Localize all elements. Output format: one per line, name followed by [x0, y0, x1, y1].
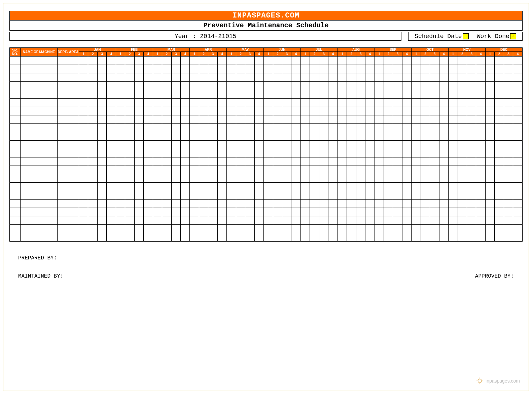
cell[interactable] [153, 174, 162, 183]
cell[interactable] [384, 124, 393, 132]
cell[interactable] [199, 174, 208, 183]
cell[interactable] [319, 191, 328, 200]
cell[interactable] [97, 73, 106, 82]
cell[interactable] [58, 233, 79, 242]
cell[interactable] [393, 57, 402, 65]
cell[interactable] [254, 233, 263, 242]
cell[interactable] [282, 216, 291, 225]
cell[interactable] [291, 166, 300, 174]
cell[interactable] [338, 233, 347, 242]
cell[interactable] [125, 208, 134, 216]
cell[interactable] [58, 174, 79, 183]
cell[interactable] [319, 82, 328, 90]
cell[interactable] [356, 191, 365, 200]
cell[interactable] [375, 149, 384, 157]
cell[interactable] [449, 233, 458, 242]
cell[interactable] [264, 115, 273, 124]
cell[interactable] [88, 107, 97, 115]
cell[interactable] [338, 191, 347, 200]
cell[interactable] [236, 216, 245, 225]
cell[interactable] [282, 183, 291, 191]
cell[interactable] [190, 174, 199, 183]
cell[interactable] [458, 132, 467, 141]
cell[interactable] [245, 124, 254, 132]
cell[interactable] [504, 90, 513, 99]
cell[interactable] [384, 115, 393, 124]
cell[interactable] [495, 141, 504, 149]
cell[interactable] [190, 65, 199, 73]
cell[interactable] [291, 216, 300, 225]
cell[interactable] [356, 124, 365, 132]
cell[interactable] [10, 174, 21, 183]
cell[interactable] [365, 166, 375, 174]
cell[interactable] [458, 157, 467, 166]
cell[interactable] [254, 216, 263, 225]
cell[interactable] [88, 90, 97, 99]
cell[interactable] [282, 90, 291, 99]
cell[interactable] [338, 225, 347, 233]
cell[interactable] [79, 65, 88, 73]
cell[interactable] [458, 82, 467, 90]
cell[interactable] [88, 115, 97, 124]
cell[interactable] [384, 157, 393, 166]
cell[interactable] [125, 65, 134, 73]
cell[interactable] [319, 200, 328, 208]
cell[interactable] [254, 166, 263, 174]
cell[interactable] [430, 225, 439, 233]
cell[interactable] [10, 183, 21, 191]
cell[interactable] [338, 208, 347, 216]
cell[interactable] [134, 157, 143, 166]
cell[interactable] [217, 233, 226, 242]
cell[interactable] [208, 82, 217, 90]
cell[interactable] [476, 216, 485, 225]
cell[interactable] [365, 99, 375, 107]
cell[interactable] [97, 82, 106, 90]
cell[interactable] [180, 216, 189, 225]
cell[interactable] [291, 115, 300, 124]
cell[interactable] [10, 132, 21, 141]
cell[interactable] [190, 124, 199, 132]
cell[interactable] [208, 107, 217, 115]
cell[interactable] [171, 174, 180, 183]
cell[interactable] [310, 216, 319, 225]
cell[interactable] [291, 124, 300, 132]
cell[interactable] [116, 157, 125, 166]
cell[interactable] [449, 124, 458, 132]
cell[interactable] [430, 107, 439, 115]
cell[interactable] [125, 90, 134, 99]
cell[interactable] [153, 132, 162, 141]
cell[interactable] [439, 216, 448, 225]
cell[interactable] [458, 99, 467, 107]
cell[interactable] [180, 166, 189, 174]
cell[interactable] [328, 183, 338, 191]
cell[interactable] [282, 166, 291, 174]
cell[interactable] [116, 191, 125, 200]
cell[interactable] [421, 65, 430, 73]
cell[interactable] [116, 99, 125, 107]
cell[interactable] [338, 174, 347, 183]
cell[interactable] [347, 157, 356, 166]
cell[interactable] [347, 200, 356, 208]
cell[interactable] [134, 141, 143, 149]
cell[interactable] [328, 107, 338, 115]
cell[interactable] [467, 90, 476, 99]
cell[interactable] [264, 208, 273, 216]
cell[interactable] [171, 99, 180, 107]
cell[interactable] [10, 200, 21, 208]
cell[interactable] [412, 57, 421, 65]
cell[interactable] [291, 141, 300, 149]
cell[interactable] [412, 99, 421, 107]
cell[interactable] [180, 208, 189, 216]
cell[interactable] [449, 174, 458, 183]
cell[interactable] [208, 233, 217, 242]
cell[interactable] [116, 183, 125, 191]
cell[interactable] [393, 115, 402, 124]
cell[interactable] [282, 149, 291, 157]
cell[interactable] [79, 132, 88, 141]
cell[interactable] [21, 141, 58, 149]
cell[interactable] [21, 132, 58, 141]
cell[interactable] [107, 124, 116, 132]
cell[interactable] [273, 191, 282, 200]
cell[interactable] [236, 200, 245, 208]
cell[interactable] [208, 191, 217, 200]
